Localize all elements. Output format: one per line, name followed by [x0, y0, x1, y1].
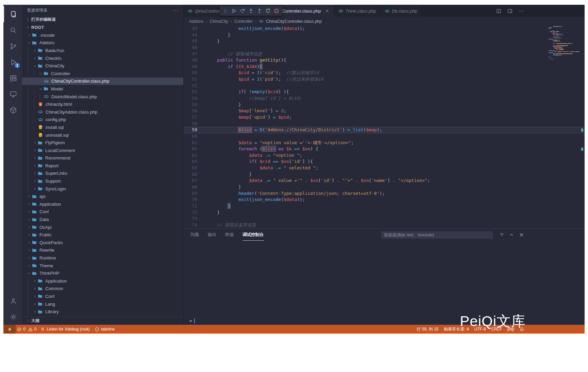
chevron-right-icon[interactable]: [32, 163, 37, 168]
tree-item-support[interactable]: Support: [22, 177, 183, 185]
tree-item-config-php[interactable]: php config.php: [22, 116, 183, 124]
code-line-47[interactable]: 47 // 获取城市信息: [184, 51, 585, 57]
status-tabnine[interactable]: tabnine: [92, 325, 117, 334]
line-number[interactable]: 50: [184, 70, 197, 76]
chevron-down-icon[interactable]: [32, 63, 37, 69]
chevron-right-icon[interactable]: [26, 217, 32, 222]
code-line-60[interactable]: 60: [184, 133, 585, 140]
activity-search[interactable]: [3, 22, 22, 38]
tree-item-report[interactable]: Report: [22, 162, 183, 170]
tree-item-addons[interactable]: Addons: [22, 39, 183, 47]
tree-item-rewrite[interactable]: Rewrite: [22, 247, 183, 254]
code-line-45[interactable]: 45 }: [184, 38, 585, 45]
tree-item-application[interactable]: Application: [22, 200, 183, 208]
tree-item-synclogin[interactable]: SyncLogin: [22, 185, 183, 193]
editor-layout-icon[interactable]: [507, 8, 513, 14]
tree-item-library[interactable]: Library: [22, 308, 183, 316]
tree-item-thinkphp[interactable]: ThinkPHP: [22, 269, 183, 277]
tree-item-chinacitycontroller-class-php[interactable]: php ChinaCityController.class.php: [22, 78, 183, 85]
step-into-button[interactable]: [248, 8, 254, 14]
tree-item-public[interactable]: Public: [22, 231, 183, 239]
tree-item-uninstall-sql[interactable]: uninstall.sql: [22, 131, 183, 139]
filter-input[interactable]: [381, 231, 493, 239]
chevron-down-icon[interactable]: [38, 86, 43, 91]
code-line-46[interactable]: 46: [184, 45, 585, 51]
code-line-70[interactable]: 70 exit(json_encode($data));: [184, 197, 585, 203]
tree-item-application[interactable]: Application: [22, 277, 183, 285]
code-line-69[interactable]: 69 header('Content-Type:application/json…: [184, 190, 585, 197]
tree-item-localcomment[interactable]: LocalComment: [22, 147, 183, 154]
code-line-65[interactable]: 65 $data .= " selected ";: [184, 165, 585, 171]
chevron-right-icon[interactable]: [32, 148, 37, 153]
code-editor[interactable]: 43 exit(json_encode($data)); 44 } 45 } 4…: [184, 26, 585, 229]
line-number[interactable]: 47: [184, 51, 197, 57]
chevron-right-icon[interactable]: [32, 171, 37, 176]
activity-explorer[interactable]: [3, 6, 22, 22]
line-number[interactable]: 59: [184, 127, 197, 133]
chevron-right-icon[interactable]: [32, 278, 37, 284]
code-line-54[interactable]: 54 //$map['id'] = $cid;: [184, 95, 585, 102]
split-editor-icon[interactable]: [496, 8, 502, 14]
debug-console-content[interactable]: [184, 241, 585, 317]
filter-lines-icon[interactable]: [499, 232, 504, 237]
tree-item-vscode[interactable]: .vscode: [22, 31, 183, 39]
tree-item-data[interactable]: Data: [22, 216, 183, 223]
tree-item-checkin[interactable]: CheckIn: [22, 54, 183, 62]
breadcrumb-file[interactable]: ChinaCityController.class.php: [266, 19, 322, 24]
panel-tab-终端[interactable]: 终端: [225, 229, 234, 241]
code-line-72[interactable]: 72 }: [184, 209, 585, 216]
line-number[interactable]: 46: [184, 45, 197, 51]
tree-item-runtime[interactable]: Runtime: [22, 254, 183, 262]
chevron-right-icon[interactable]: [26, 194, 32, 199]
root-section[interactable]: ROOT: [22, 23, 183, 31]
status-indentation[interactable]: 制表符长度: 4: [441, 325, 471, 334]
tree-item-api[interactable]: api: [22, 192, 183, 200]
chevron-right-icon[interactable]: [32, 286, 37, 291]
status-errors[interactable]: 0: [16, 325, 27, 334]
tree-item-controller[interactable]: Controller: [22, 70, 183, 78]
chevron-right-icon[interactable]: [32, 140, 37, 146]
code-line-61[interactable]: 61 $data = "<option value =''>-城市-</opti…: [184, 140, 585, 146]
tree-item-chinacity-html[interactable]: 5 chinacity.html: [22, 100, 183, 108]
line-number[interactable]: 52: [184, 83, 197, 89]
code-line-67[interactable]: 67 $data .= " value ='" . $vo['id'] . "'…: [184, 177, 585, 184]
chevron-right-icon[interactable]: [25, 318, 30, 324]
code-line-53[interactable]: 53 if( !empty($cid) ){: [184, 89, 585, 95]
chevron-down-icon[interactable]: [38, 71, 43, 76]
restart-button[interactable]: [265, 8, 271, 14]
chevron-right-icon[interactable]: [32, 293, 37, 299]
tree-item-baiduyun[interactable]: BaiduYun: [22, 47, 183, 54]
chevron-right-icon[interactable]: [26, 209, 32, 215]
status-remote-indicator[interactable]: [3, 325, 16, 334]
status-notifications[interactable]: [517, 325, 527, 334]
line-number[interactable]: 70: [184, 197, 197, 203]
tree-item-chinacity[interactable]: ChinaCity: [22, 62, 183, 70]
activity-run-and-debug[interactable]: 1: [3, 54, 22, 70]
panel-tab-输出[interactable]: 输出: [208, 229, 216, 241]
breadcrumb-controller[interactable]: Controller: [234, 19, 253, 24]
tab-db-class-php[interactable]: php Db.class.php: [381, 5, 422, 17]
continue-button[interactable]: [231, 8, 237, 14]
tree-item-conf[interactable]: Conf: [22, 208, 183, 216]
status-encoding[interactable]: UTF-8: [472, 325, 489, 334]
more-actions-icon[interactable]: [518, 8, 524, 14]
activity-extensions[interactable]: [3, 70, 22, 86]
tree-item-districtmodel-class-php[interactable]: php DistrictModel.class.php: [22, 93, 183, 101]
tree-item-install-sql[interactable]: install.sql: [22, 123, 183, 131]
tree-item-chinacityaddon-class-php[interactable]: php ChinaCityAddon.class.php: [22, 108, 183, 116]
tree-item-common[interactable]: Common: [22, 285, 183, 293]
chevron-down-icon[interactable]: [25, 25, 30, 30]
chevron-right-icon[interactable]: [26, 240, 32, 245]
line-number[interactable]: 51: [184, 76, 197, 83]
tree-item-ocapi[interactable]: OcApi: [22, 223, 183, 231]
close-panel-icon[interactable]: [519, 232, 524, 237]
chevron-right-icon[interactable]: [32, 55, 37, 61]
stop-button[interactable]: [274, 8, 279, 14]
activity-accounts[interactable]: [3, 293, 22, 309]
status-cursor-position[interactable]: 行 59, 列 15: [414, 325, 441, 334]
code-line-58[interactable]: 58: [184, 121, 585, 127]
tree-item-superlinks[interactable]: SuperLinks: [22, 170, 183, 177]
line-number[interactable]: 43: [184, 26, 197, 32]
line-number[interactable]: 53: [184, 89, 197, 95]
tree-item-model[interactable]: Model: [22, 85, 183, 93]
